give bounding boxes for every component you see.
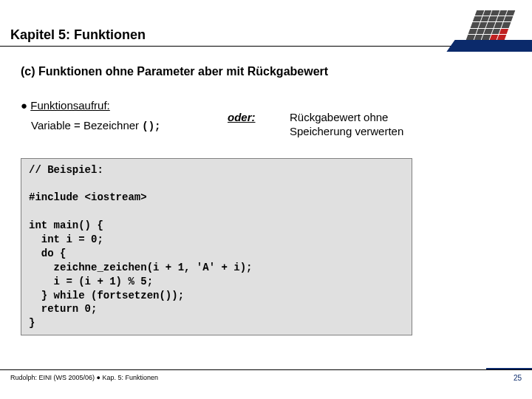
oder-label: oder: <box>228 111 272 123</box>
footer-text: Rudolph: EINI (WS 2005/06) ● Kap. 5: Fun… <box>10 374 158 381</box>
university-logo <box>471 10 525 43</box>
footer-accent <box>486 368 532 369</box>
bullet-left-column: ● Funktionsaufruf: Variable = Bezeichner… <box>21 99 228 132</box>
slide-footer: Rudolph: EINI (WS 2005/06) ● Kap. 5: Fun… <box>0 374 532 389</box>
bullet-right-text: Rückgabewert ohne Speicherung verwerten <box>290 111 403 139</box>
bullet-sub-prefix: Variable = Bezeichner <box>31 119 142 132</box>
right-line1: Rückgabewert ohne <box>290 111 388 123</box>
section-subtitle: (c) Funktionen ohne Parameter aber mit R… <box>21 65 508 78</box>
slide-content: (c) Funktionen ohne Parameter aber mit R… <box>21 65 508 335</box>
logo-band <box>446 40 532 52</box>
bullet-sub-mono: (); <box>142 120 160 132</box>
bullet-row: ● Funktionsaufruf: Variable = Bezeichner… <box>21 99 508 139</box>
slide-header: Kapitel 5: Funktionen <box>0 0 532 53</box>
chapter-title: Kapitel 5: Funktionen <box>10 27 146 43</box>
bullet-label: Funktionsaufruf: <box>30 99 110 112</box>
logo-grid-icon <box>466 10 516 40</box>
page-number: 25 <box>514 374 522 382</box>
bullet-item: ● Funktionsaufruf: <box>21 99 228 112</box>
right-line2: Speicherung verwerten <box>290 125 403 137</box>
bullet-subtext: Variable = Bezeichner (); <box>31 119 228 132</box>
footer-line <box>0 369 532 370</box>
code-example: // Beispiel: #include <iostream> int mai… <box>21 158 412 336</box>
